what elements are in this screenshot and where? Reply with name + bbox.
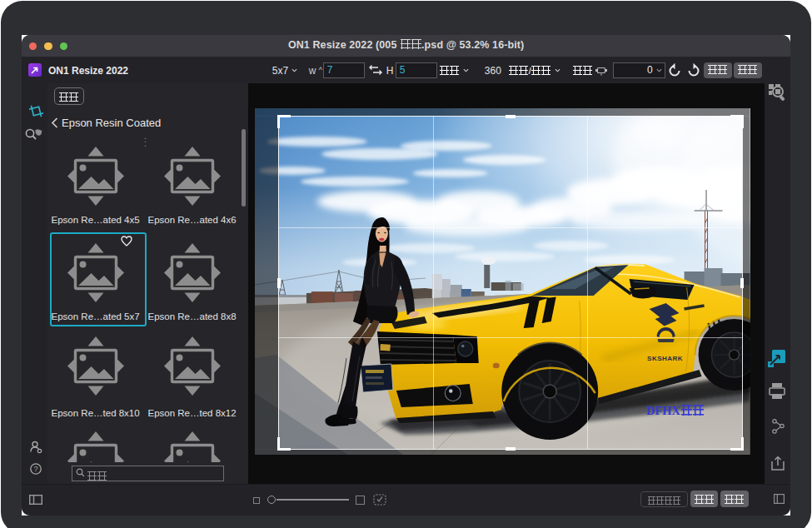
svg-text:?: ? — [33, 465, 37, 473]
